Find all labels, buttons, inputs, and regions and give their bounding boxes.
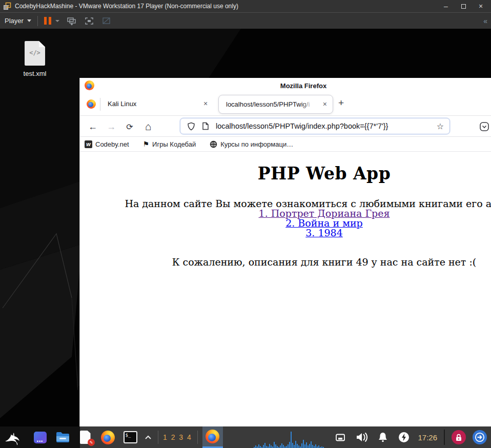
- player-menu-button[interactable]: Player: [5, 17, 31, 25]
- page-title: PHP Web App: [80, 164, 491, 184]
- new-tab-button[interactable]: +: [338, 97, 344, 109]
- network-tray-icon[interactable]: [335, 433, 345, 442]
- firefox-logo-icon: [85, 80, 94, 90]
- firefox-titlebar[interactable]: Mozilla Firefox: [80, 78, 491, 93]
- fullscreen-button[interactable]: [84, 16, 94, 26]
- lock-screen-button[interactable]: [452, 430, 466, 444]
- unity-mode-icon: [101, 16, 112, 26]
- bookmark-courses[interactable]: Курсы по информаци…: [210, 140, 293, 148]
- bookmark-codeby[interactable]: w Codeby.net: [85, 140, 129, 148]
- url-bar[interactable]: localhost/lesson5/PHPTwig/index.php?book…: [180, 118, 450, 134]
- folder-icon: [56, 432, 70, 443]
- workspace-switcher[interactable]: 1 2 3 4: [163, 433, 192, 441]
- firefox-icon: [206, 430, 219, 443]
- firefox-window-title: Mozilla Firefox: [280, 82, 326, 89]
- chevron-up-icon: [145, 435, 151, 439]
- terminal-launcher-button[interactable]: $_: [123, 430, 137, 444]
- tab-bar: Kali Linux × localhost/lesson5/PHPTwig/i…: [80, 93, 491, 116]
- not-found-message: К сожалению, описания для книги 49 у нас…: [80, 257, 491, 267]
- close-tab-icon[interactable]: ×: [203, 100, 208, 107]
- suspend-vm-button[interactable]: [44, 17, 51, 25]
- xml-file-icon: </>: [25, 41, 45, 66]
- minimize-button[interactable]: –: [439, 1, 453, 11]
- terminal-icon: $_: [124, 431, 137, 443]
- reload-button[interactable]: ⟳: [122, 119, 137, 134]
- globe-icon: [210, 140, 217, 148]
- applications-menu-button[interactable]: [0, 426, 25, 448]
- close-button[interactable]: ×: [474, 1, 488, 11]
- book-link-3[interactable]: 3. 1984: [80, 228, 491, 238]
- codeby-favicon-icon: w: [85, 140, 92, 148]
- shield-icon[interactable]: [187, 122, 195, 131]
- logout-button[interactable]: [473, 430, 487, 444]
- arrow-right-circle-icon: [474, 432, 485, 443]
- notifications-bell-icon[interactable]: [377, 432, 388, 443]
- tab-localhost-active[interactable]: localhost/lesson5/PHPTwig/i ×: [218, 95, 333, 114]
- taskbar: ••• ✎ $_ 1 2 3 4: [0, 426, 491, 448]
- firefox-task-button-active[interactable]: [202, 426, 223, 448]
- show-desktop-button[interactable]: •••: [33, 430, 47, 444]
- tab-kali-linux[interactable]: Kali Linux: [108, 100, 136, 108]
- maximize-button[interactable]: [456, 1, 470, 11]
- vmware-toolbar: Player «: [0, 12, 491, 29]
- desktop-icon: •••: [34, 432, 47, 443]
- vmware-window-title: CodebyHackMashine - VMware Workstation 1…: [15, 3, 439, 10]
- firefox-window: Mozilla Firefox Kali Linux × localhost/l…: [79, 78, 491, 448]
- power-manager-icon[interactable]: [398, 432, 410, 443]
- volume-icon[interactable]: [355, 432, 367, 443]
- navigation-toolbar: ← → ⟳ ⌂ localhost/lesson5/PHPTwig/index.…: [80, 116, 491, 137]
- suspend-options-chevron-icon[interactable]: [55, 20, 59, 22]
- send-ctrl-alt-del-button[interactable]: [67, 16, 77, 26]
- book-link-2[interactable]: 2. Война и мир: [80, 218, 491, 228]
- desktop-file-label: test.xml: [14, 70, 55, 77]
- bookmarks-toolbar: w Codeby.net ⚑ Игры Кодебай Курсы по инф…: [80, 137, 491, 152]
- desktop-file-testxml[interactable]: </> test.xml: [14, 41, 55, 77]
- bookmark-star-icon[interactable]: ☆: [437, 121, 444, 131]
- bookmark-games[interactable]: ⚑ Игры Кодебай: [143, 140, 196, 148]
- vmware-titlebar: CodebyHackMashine - VMware Workstation 1…: [0, 0, 491, 12]
- url-text[interactable]: localhost/lesson5/PHPTwig/index.php?book…: [216, 122, 388, 130]
- text-editor-button[interactable]: ✎: [78, 430, 92, 444]
- pencil-badge-icon: ✎: [88, 439, 95, 446]
- firefox-icon: [101, 431, 115, 444]
- clock[interactable]: 17:26: [418, 433, 437, 442]
- home-button[interactable]: ⌂: [140, 119, 156, 134]
- flag-icon: ⚑: [143, 140, 150, 148]
- extension-icon[interactable]: [478, 120, 491, 133]
- page-info-icon[interactable]: [202, 122, 209, 130]
- tab-favicon-icon: [87, 99, 96, 109]
- file-manager-button[interactable]: [55, 430, 70, 444]
- lock-icon: [455, 434, 462, 441]
- close-tab-icon[interactable]: ×: [323, 100, 327, 108]
- kali-dragon-icon: [4, 429, 21, 445]
- forward-button[interactable]: →: [104, 119, 119, 134]
- panel-expand-button[interactable]: [144, 430, 153, 444]
- chevron-down-icon: [27, 19, 31, 22]
- network-monitor-graph[interactable]: [254, 426, 325, 448]
- web-page-content: PHP Web App На данном сайте Вы можете оз…: [80, 152, 491, 447]
- vm-desktop: </> test.xml Mozilla Firefox Kali Linux …: [0, 29, 491, 448]
- firefox-launcher-button[interactable]: [100, 430, 115, 444]
- back-button[interactable]: ←: [85, 119, 100, 134]
- active-tab-label: localhost/lesson5/PHPTwig/i: [226, 100, 314, 108]
- collapse-toolbar-button[interactable]: «: [483, 17, 486, 25]
- vmware-logo-icon: [3, 2, 11, 10]
